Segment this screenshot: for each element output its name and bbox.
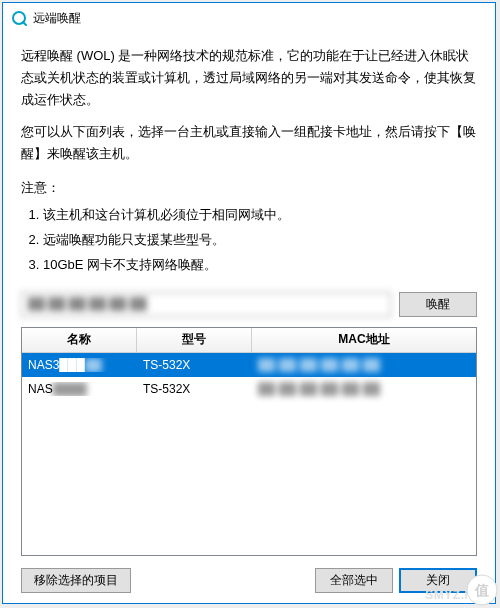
cell-mac: ██-██-██-██-██-██ xyxy=(252,358,476,372)
host-table: 名称 型号 MAC地址 NAS3█████ TS-532X ██-██-██-█… xyxy=(21,327,477,556)
svg-line-1 xyxy=(23,22,26,25)
remove-selected-button[interactable]: 移除选择的项目 xyxy=(21,568,131,593)
wake-button[interactable]: 唤醒 xyxy=(399,292,477,317)
note-item: 该主机和这台计算机必须位于相同网域中。 xyxy=(43,203,477,228)
cell-model: TS-532X xyxy=(137,382,252,396)
note-item: 10GbE 网卡不支持网络唤醒。 xyxy=(43,253,477,278)
close-button[interactable]: 关闭 xyxy=(399,568,477,593)
col-header-model[interactable]: 型号 xyxy=(137,328,252,352)
footer-buttons: 移除选择的项目 全部选中 关闭 xyxy=(21,568,477,593)
table-row[interactable]: NAS████ TS-532X ██-██-██-██-██-██ xyxy=(22,377,476,401)
titlebar[interactable]: 远端唤醒 xyxy=(3,3,495,33)
app-icon xyxy=(11,10,27,26)
window-title: 远端唤醒 xyxy=(33,10,81,27)
table-body: NAS3█████ TS-532X ██-██-██-██-██-██ NAS█… xyxy=(22,353,476,555)
notes-list: 该主机和这台计算机必须位于相同网域中。 远端唤醒功能只支援某些型号。 10GbE… xyxy=(43,203,477,277)
wake-on-lan-dialog: 远端唤醒 远程唤醒 (WOL) 是一种网络技术的规范标准，它的功能在于让已经进入… xyxy=(2,2,496,604)
cell-name: NAS3█████ xyxy=(22,358,137,372)
col-header-mac[interactable]: MAC地址 xyxy=(252,328,476,352)
mac-input-row: 唤醒 xyxy=(21,292,477,317)
cell-name: NAS████ xyxy=(22,382,137,396)
table-header: 名称 型号 MAC地址 xyxy=(22,328,476,353)
description-1: 远程唤醒 (WOL) 是一种网络技术的规范标准，它的功能在于让已经进入休眠状态或… xyxy=(21,45,477,111)
select-all-button[interactable]: 全部选中 xyxy=(315,568,393,593)
table-row[interactable]: NAS3█████ TS-532X ██-██-██-██-██-██ xyxy=(22,353,476,377)
notes-label: 注意： xyxy=(21,179,477,197)
description-2: 您可以从下面列表，选择一台主机或直接输入一组配接卡地址，然后请按下【唤醒】来唤醒… xyxy=(21,121,477,165)
cell-model: TS-532X xyxy=(137,358,252,372)
mac-address-input[interactable] xyxy=(21,292,391,317)
note-item: 远端唤醒功能只支援某些型号。 xyxy=(43,228,477,253)
content-area: 远程唤醒 (WOL) 是一种网络技术的规范标准，它的功能在于让已经进入休眠状态或… xyxy=(3,33,495,603)
cell-mac: ██-██-██-██-██-██ xyxy=(252,382,476,396)
col-header-name[interactable]: 名称 xyxy=(22,328,137,352)
